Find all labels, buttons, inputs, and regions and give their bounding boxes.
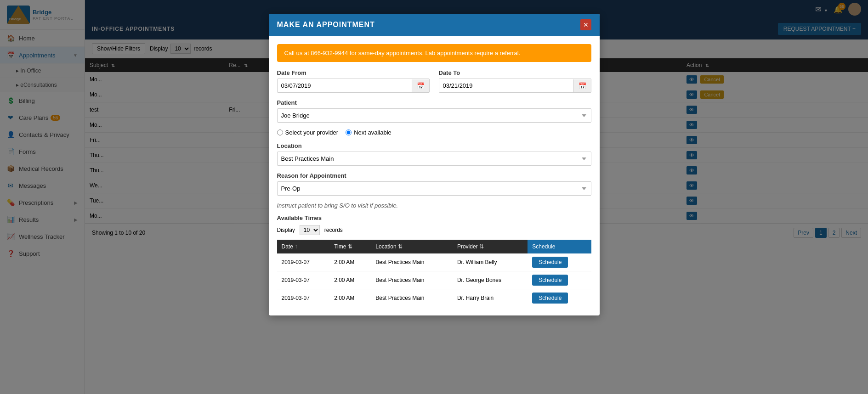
avail-cell-date: 2019-03-07 — [277, 271, 330, 289]
reason-group: Reason for Appointment Pre-Op — [277, 172, 591, 196]
schedule-button[interactable]: Schedule — [532, 257, 568, 268]
avail-header: Display 10 25 records — [277, 225, 591, 235]
avail-table-row: 2019-03-07 2:00 AM Best Practices Main D… — [277, 253, 591, 271]
avail-table-row: 2019-03-07 2:00 AM Best Practices Main D… — [277, 271, 591, 289]
avail-col-time: Time ⇅ — [329, 240, 371, 253]
date-from-label: Date From — [277, 69, 430, 76]
date-to-calendar-button[interactable]: 📅 — [573, 79, 591, 92]
avail-table-row: 2019-03-07 2:00 AM Best Practices Main D… — [277, 289, 591, 307]
avail-cell-schedule: Schedule — [528, 271, 591, 289]
display-label: Display — [277, 227, 295, 233]
select-provider-label: Select your provider — [285, 129, 339, 136]
available-times-table: Date ↑ Time ⇅ Location ⇅ Provider ⇅ Sche… — [277, 240, 591, 307]
avail-cell-date: 2019-03-07 — [277, 253, 330, 271]
avail-cell-provider: Dr. Harry Brain — [453, 289, 528, 307]
location-label: Location — [277, 142, 591, 149]
avail-cell-time: 2:00 AM — [329, 289, 371, 307]
sort-icon: ↑ — [295, 243, 297, 250]
patient-group: Patient Joe Bridge — [277, 99, 591, 123]
avail-cell-date: 2019-03-07 — [277, 289, 330, 307]
avail-display-select[interactable]: 10 25 — [300, 225, 320, 235]
provider-radio-group: Select your provider Next available — [277, 129, 591, 136]
reason-select[interactable]: Pre-Op — [277, 181, 591, 196]
avail-cell-schedule: Schedule — [528, 289, 591, 307]
next-available-radio[interactable] — [346, 129, 352, 135]
modal-close-button[interactable]: ✕ — [580, 19, 591, 30]
location-group: Location Best Practices Main — [277, 142, 591, 166]
modal-title: MAKE AN APPOINTMENT — [277, 21, 375, 29]
make-appointment-modal: MAKE AN APPOINTMENT ✕ Call us at 866-932… — [269, 14, 600, 315]
location-select[interactable]: Best Practices Main — [277, 152, 591, 166]
avail-cell-location: Best Practices Main — [371, 271, 453, 289]
date-to-input[interactable] — [439, 79, 573, 92]
avail-col-date: Date ↑ — [277, 240, 330, 253]
avail-cell-time: 2:00 AM — [329, 271, 371, 289]
avail-col-location: Location ⇅ — [371, 240, 453, 253]
select-provider-radio-label[interactable]: Select your provider — [277, 129, 339, 136]
schedule-button[interactable]: Schedule — [532, 275, 568, 286]
alert-banner: Call us at 866-932-9944 for same-day app… — [277, 44, 591, 62]
avail-cell-location: Best Practices Main — [371, 253, 453, 271]
avail-cell-time: 2:00 AM — [329, 253, 371, 271]
patient-label: Patient — [277, 99, 591, 106]
avail-col-provider: Provider ⇅ — [453, 240, 528, 253]
date-to-label: Date To — [439, 69, 591, 76]
select-provider-radio[interactable] — [277, 129, 283, 135]
records-label: records — [324, 227, 343, 233]
date-row: Date From 📅 Date To 📅 — [277, 69, 591, 93]
sort-icon: ⇅ — [348, 243, 352, 250]
date-from-input-container: 📅 — [277, 79, 430, 93]
modal-header: MAKE AN APPOINTMENT ✕ — [269, 14, 600, 36]
next-available-radio-label[interactable]: Next available — [346, 129, 391, 136]
schedule-button[interactable]: Schedule — [532, 293, 568, 304]
reason-label: Reason for Appointment — [277, 172, 591, 179]
date-from-input[interactable] — [278, 79, 412, 92]
patient-select[interactable]: Joe Bridge — [277, 108, 591, 123]
modal-overlay: MAKE AN APPOINTMENT ✕ Call us at 866-932… — [0, 0, 868, 394]
sort-icon: ⇅ — [398, 243, 403, 250]
instruction-text: Instruct patient to bring S/O to visit i… — [277, 202, 591, 209]
sort-icon: ⇅ — [479, 243, 484, 250]
modal-body: Call us at 866-932-9944 for same-day app… — [269, 36, 600, 315]
avail-col-schedule: Schedule — [528, 240, 591, 253]
avail-cell-provider: Dr. George Bones — [453, 271, 528, 289]
date-from-group: Date From 📅 — [277, 69, 430, 93]
avail-cell-schedule: Schedule — [528, 253, 591, 271]
date-to-input-container: 📅 — [439, 79, 591, 93]
date-from-calendar-button[interactable]: 📅 — [412, 79, 429, 92]
avail-cell-location: Best Practices Main — [371, 289, 453, 307]
available-times-label: Available Times — [277, 214, 591, 221]
avail-cell-provider: Dr. William Belly — [453, 253, 528, 271]
next-available-label: Next available — [354, 129, 391, 136]
date-to-group: Date To 📅 — [439, 69, 591, 93]
